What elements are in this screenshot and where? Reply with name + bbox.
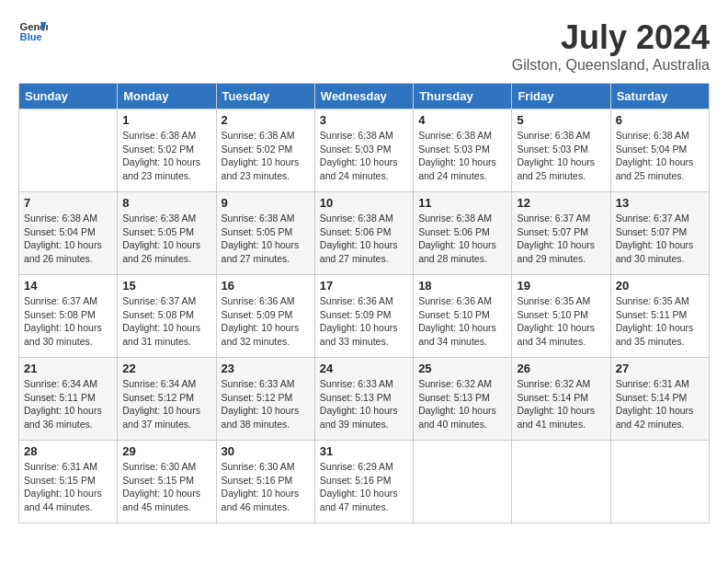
- calendar-cell: 5Sunrise: 6:38 AMSunset: 5:03 PMDaylight…: [512, 109, 610, 192]
- day-number: 25: [418, 362, 506, 375]
- day-info: Sunrise: 6:37 AMSunset: 5:08 PMDaylight:…: [122, 294, 210, 349]
- day-header-wednesday: Wednesday: [314, 84, 413, 109]
- day-info: Sunrise: 6:30 AMSunset: 5:16 PMDaylight:…: [222, 460, 310, 514]
- day-info: Sunrise: 6:33 AMSunset: 5:13 PMDaylight:…: [320, 377, 408, 431]
- day-number: 8: [122, 196, 210, 210]
- calendar-cell: 15Sunrise: 6:37 AMSunset: 5:08 PMDayligh…: [118, 275, 216, 358]
- title-block: July 2024 Gilston, Queensland, Australia: [512, 18, 710, 74]
- day-info: Sunrise: 6:38 AMSunset: 5:03 PMDaylight:…: [418, 129, 506, 183]
- day-number: 9: [222, 196, 310, 210]
- day-info: Sunrise: 6:30 AMSunset: 5:15 PMDaylight:…: [122, 460, 210, 514]
- calendar-cell: 21Sunrise: 6:34 AMSunset: 5:11 PMDayligh…: [19, 358, 118, 441]
- calendar-table: SundayMondayTuesdayWednesdayThursdayFrid…: [18, 83, 710, 523]
- day-number: 26: [517, 362, 605, 375]
- calendar-cell: 1Sunrise: 6:38 AMSunset: 5:02 PMDaylight…: [118, 109, 216, 192]
- svg-text:Blue: Blue: [20, 31, 42, 42]
- calendar-cell: 30Sunrise: 6:30 AMSunset: 5:16 PMDayligh…: [216, 441, 314, 523]
- day-number: 23: [222, 362, 310, 375]
- day-number: 2: [222, 113, 310, 127]
- calendar-cell: [512, 441, 610, 523]
- day-info: Sunrise: 6:38 AMSunset: 5:03 PMDaylight:…: [320, 129, 408, 183]
- day-header-thursday: Thursday: [414, 84, 512, 109]
- day-info: Sunrise: 6:35 AMSunset: 5:10 PMDaylight:…: [517, 294, 605, 349]
- day-info: Sunrise: 6:36 AMSunset: 5:09 PMDaylight:…: [320, 294, 408, 349]
- day-info: Sunrise: 6:37 AMSunset: 5:07 PMDaylight:…: [616, 212, 704, 266]
- calendar-cell: 9Sunrise: 6:38 AMSunset: 5:05 PMDaylight…: [216, 192, 314, 275]
- calendar-cell: 7Sunrise: 6:38 AMSunset: 5:04 PMDaylight…: [19, 192, 118, 275]
- day-number: 17: [320, 279, 408, 293]
- calendar-cell: [414, 441, 512, 523]
- calendar-week-row: 14Sunrise: 6:37 AMSunset: 5:08 PMDayligh…: [19, 275, 710, 358]
- month-year-title: July 2024: [512, 18, 710, 57]
- day-info: Sunrise: 6:35 AMSunset: 5:11 PMDaylight:…: [616, 294, 704, 349]
- day-number: 6: [616, 113, 704, 127]
- day-number: 14: [24, 279, 112, 293]
- day-info: Sunrise: 6:31 AMSunset: 5:15 PMDaylight:…: [24, 460, 112, 514]
- calendar-cell: 31Sunrise: 6:29 AMSunset: 5:16 PMDayligh…: [314, 441, 413, 523]
- location-subtitle: Gilston, Queensland, Australia: [512, 57, 710, 74]
- calendar-cell: 24Sunrise: 6:33 AMSunset: 5:13 PMDayligh…: [314, 358, 413, 441]
- calendar-cell: 4Sunrise: 6:38 AMSunset: 5:03 PMDaylight…: [414, 109, 512, 192]
- day-info: Sunrise: 6:37 AMSunset: 5:08 PMDaylight:…: [24, 294, 112, 349]
- day-number: 15: [122, 279, 210, 293]
- calendar-cell: 28Sunrise: 6:31 AMSunset: 5:15 PMDayligh…: [19, 441, 118, 523]
- day-info: Sunrise: 6:33 AMSunset: 5:12 PMDaylight:…: [222, 377, 310, 431]
- page-header: General Blue July 2024 Gilston, Queensla…: [18, 18, 710, 74]
- calendar-week-row: 28Sunrise: 6:31 AMSunset: 5:15 PMDayligh…: [19, 441, 710, 523]
- calendar-body: 1Sunrise: 6:38 AMSunset: 5:02 PMDaylight…: [19, 109, 710, 523]
- day-header-saturday: Saturday: [610, 84, 709, 109]
- calendar-week-row: 1Sunrise: 6:38 AMSunset: 5:02 PMDaylight…: [19, 109, 710, 192]
- calendar-cell: [19, 109, 118, 192]
- calendar-cell: 3Sunrise: 6:38 AMSunset: 5:03 PMDaylight…: [314, 109, 413, 192]
- day-number: 16: [222, 279, 310, 293]
- day-number: 10: [320, 196, 408, 210]
- calendar-cell: 6Sunrise: 6:38 AMSunset: 5:04 PMDaylight…: [610, 109, 709, 192]
- calendar-cell: 25Sunrise: 6:32 AMSunset: 5:13 PMDayligh…: [414, 358, 512, 441]
- day-info: Sunrise: 6:37 AMSunset: 5:07 PMDaylight:…: [517, 212, 605, 266]
- calendar-cell: 8Sunrise: 6:38 AMSunset: 5:05 PMDaylight…: [118, 192, 216, 275]
- day-header-sunday: Sunday: [19, 84, 118, 109]
- day-number: 7: [24, 196, 112, 210]
- day-info: Sunrise: 6:29 AMSunset: 5:16 PMDaylight:…: [320, 460, 408, 514]
- calendar-cell: 29Sunrise: 6:30 AMSunset: 5:15 PMDayligh…: [118, 441, 216, 523]
- calendar-week-row: 21Sunrise: 6:34 AMSunset: 5:11 PMDayligh…: [19, 358, 710, 441]
- calendar-cell: 2Sunrise: 6:38 AMSunset: 5:02 PMDaylight…: [216, 109, 314, 192]
- day-info: Sunrise: 6:38 AMSunset: 5:05 PMDaylight:…: [222, 212, 310, 266]
- day-info: Sunrise: 6:38 AMSunset: 5:06 PMDaylight:…: [320, 212, 408, 266]
- day-number: 12: [517, 196, 605, 210]
- calendar-cell: 18Sunrise: 6:36 AMSunset: 5:10 PMDayligh…: [414, 275, 512, 358]
- day-info: Sunrise: 6:38 AMSunset: 5:02 PMDaylight:…: [222, 129, 310, 183]
- calendar-cell: 27Sunrise: 6:31 AMSunset: 5:14 PMDayligh…: [610, 358, 709, 441]
- day-number: 20: [616, 279, 704, 293]
- day-number: 11: [418, 196, 506, 210]
- day-info: Sunrise: 6:32 AMSunset: 5:14 PMDaylight:…: [517, 377, 605, 431]
- day-number: 24: [320, 362, 408, 375]
- day-info: Sunrise: 6:38 AMSunset: 5:06 PMDaylight:…: [418, 212, 506, 266]
- day-info: Sunrise: 6:31 AMSunset: 5:14 PMDaylight:…: [616, 377, 704, 431]
- day-info: Sunrise: 6:38 AMSunset: 5:04 PMDaylight:…: [616, 129, 704, 183]
- day-info: Sunrise: 6:34 AMSunset: 5:11 PMDaylight:…: [24, 377, 112, 431]
- day-number: 1: [122, 113, 210, 127]
- logo-icon: General Blue: [18, 18, 48, 44]
- calendar-header-row: SundayMondayTuesdayWednesdayThursdayFrid…: [19, 84, 710, 109]
- day-header-monday: Monday: [118, 84, 216, 109]
- calendar-cell: 22Sunrise: 6:34 AMSunset: 5:12 PMDayligh…: [118, 358, 216, 441]
- day-number: 5: [517, 113, 605, 127]
- calendar-cell: 10Sunrise: 6:38 AMSunset: 5:06 PMDayligh…: [314, 192, 413, 275]
- day-number: 4: [418, 113, 506, 127]
- calendar-cell: [610, 441, 709, 523]
- calendar-cell: 19Sunrise: 6:35 AMSunset: 5:10 PMDayligh…: [512, 275, 610, 358]
- calendar-cell: 11Sunrise: 6:38 AMSunset: 5:06 PMDayligh…: [414, 192, 512, 275]
- day-info: Sunrise: 6:38 AMSunset: 5:04 PMDaylight:…: [24, 212, 112, 266]
- calendar-cell: 12Sunrise: 6:37 AMSunset: 5:07 PMDayligh…: [512, 192, 610, 275]
- calendar-cell: 14Sunrise: 6:37 AMSunset: 5:08 PMDayligh…: [19, 275, 118, 358]
- day-number: 27: [616, 362, 704, 375]
- day-number: 22: [122, 362, 210, 375]
- calendar-cell: 16Sunrise: 6:36 AMSunset: 5:09 PMDayligh…: [216, 275, 314, 358]
- day-number: 31: [320, 444, 408, 458]
- day-info: Sunrise: 6:38 AMSunset: 5:05 PMDaylight:…: [122, 212, 210, 266]
- day-number: 30: [222, 444, 310, 458]
- calendar-cell: 20Sunrise: 6:35 AMSunset: 5:11 PMDayligh…: [610, 275, 709, 358]
- day-number: 21: [24, 362, 112, 375]
- day-info: Sunrise: 6:38 AMSunset: 5:02 PMDaylight:…: [122, 129, 210, 183]
